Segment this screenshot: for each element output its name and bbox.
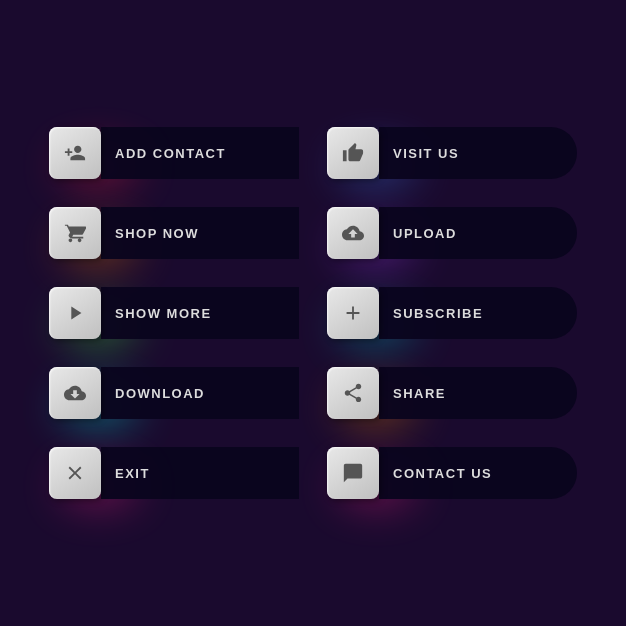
label-area-contact-us: CONTACT US (379, 447, 577, 499)
label-show-more: SHOW MORE (115, 306, 212, 321)
button-show-more[interactable]: SHOW MORE (49, 284, 299, 342)
button-wrapper-add-contact[interactable]: ADD CONTACT (49, 124, 299, 182)
label-area-exit: EXIT (101, 447, 299, 499)
button-visit-us[interactable]: VISIT US (327, 124, 577, 182)
label-area-show-more: SHOW MORE (101, 287, 299, 339)
button-wrapper-download[interactable]: DOWNLOAD (49, 364, 299, 422)
button-share[interactable]: SHARE (327, 364, 577, 422)
icon-box-share (327, 367, 379, 419)
button-wrapper-shop-now[interactable]: SHOP NOW (49, 204, 299, 262)
button-grid: ADD CONTACTVISIT USSHOP NOWUPLOADSHOW MO… (19, 94, 607, 532)
button-wrapper-upload[interactable]: UPLOAD (327, 204, 577, 262)
label-area-visit-us: VISIT US (379, 127, 577, 179)
close-icon (64, 462, 86, 484)
button-wrapper-contact-us[interactable]: CONTACT US (327, 444, 577, 502)
label-subscribe: SUBSCRIBE (393, 306, 483, 321)
plus-icon (342, 302, 364, 324)
icon-box-download (49, 367, 101, 419)
button-upload[interactable]: UPLOAD (327, 204, 577, 262)
label-area-subscribe: SUBSCRIBE (379, 287, 577, 339)
button-wrapper-share[interactable]: SHARE (327, 364, 577, 422)
button-wrapper-visit-us[interactable]: VISIT US (327, 124, 577, 182)
icon-box-upload (327, 207, 379, 259)
button-subscribe[interactable]: SUBSCRIBE (327, 284, 577, 342)
label-area-download: DOWNLOAD (101, 367, 299, 419)
label-shop-now: SHOP NOW (115, 226, 199, 241)
label-exit: EXIT (115, 466, 150, 481)
icon-box-exit (49, 447, 101, 499)
chat-icon (342, 462, 364, 484)
thumbs-up-icon (342, 142, 364, 164)
icon-box-visit-us (327, 127, 379, 179)
label-area-upload: UPLOAD (379, 207, 577, 259)
button-contact-us[interactable]: CONTACT US (327, 444, 577, 502)
label-area-shop-now: SHOP NOW (101, 207, 299, 259)
upload-icon (342, 222, 364, 244)
download-icon (64, 382, 86, 404)
person-add-icon (64, 142, 86, 164)
label-contact-us: CONTACT US (393, 466, 492, 481)
icon-box-contact-us (327, 447, 379, 499)
share-icon (342, 382, 364, 404)
label-upload: UPLOAD (393, 226, 457, 241)
icon-box-add-contact (49, 127, 101, 179)
button-wrapper-subscribe[interactable]: SUBSCRIBE (327, 284, 577, 342)
label-download: DOWNLOAD (115, 386, 205, 401)
icon-box-shop-now (49, 207, 101, 259)
label-area-add-contact: ADD CONTACT (101, 127, 299, 179)
button-add-contact[interactable]: ADD CONTACT (49, 124, 299, 182)
label-add-contact: ADD CONTACT (115, 146, 226, 161)
button-wrapper-show-more[interactable]: SHOW MORE (49, 284, 299, 342)
play-icon (64, 302, 86, 324)
label-visit-us: VISIT US (393, 146, 459, 161)
cart-icon (64, 222, 86, 244)
button-shop-now[interactable]: SHOP NOW (49, 204, 299, 262)
icon-box-show-more (49, 287, 101, 339)
button-wrapper-exit[interactable]: EXIT (49, 444, 299, 502)
label-share: SHARE (393, 386, 446, 401)
icon-box-subscribe (327, 287, 379, 339)
label-area-share: SHARE (379, 367, 577, 419)
button-exit[interactable]: EXIT (49, 444, 299, 502)
button-download[interactable]: DOWNLOAD (49, 364, 299, 422)
